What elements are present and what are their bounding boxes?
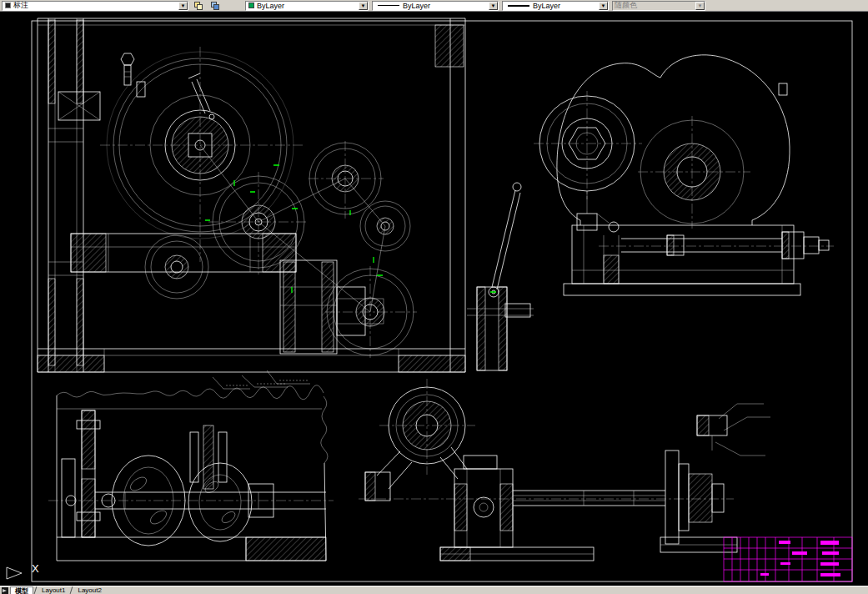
tab-model[interactable]: 模型 [10, 586, 33, 594]
linetype-combo[interactable]: ByLayer ▼ [372, 1, 499, 11]
drawing-sheet-frame [32, 21, 852, 581]
tab-separator [70, 586, 73, 594]
layer-status-icon [5, 3, 11, 8]
linetype-combo-dropdown-arrow[interactable]: ▼ [489, 2, 498, 10]
plot-style-combo: 随颜色 ▼ [612, 1, 705, 11]
tab-layout2[interactable]: Layout2 [73, 586, 105, 594]
layer-combo[interactable]: 标注 ▼ [2, 1, 188, 11]
cad-drawing: X [0, 12, 868, 586]
color-combo-value: ByLayer [257, 2, 284, 10]
plot-style-dropdown-arrow: ▼ [695, 2, 705, 10]
layer-sheet-icon [211, 2, 219, 10]
lineweight-combo-value: ByLayer [533, 2, 560, 10]
lineweight-sample-icon [508, 5, 529, 7]
layer-properties-manager-button[interactable] [192, 0, 205, 11]
tab-separator [34, 586, 38, 594]
color-combo-dropdown-arrow[interactable]: ▼ [359, 2, 368, 10]
layer-properties-icon [194, 2, 203, 10]
ucs-x-axis-label: X [32, 562, 39, 575]
view-gearbox-front-section [38, 18, 534, 389]
current-color-swatch [248, 3, 254, 8]
layer-combo-value: 标注 [13, 1, 28, 11]
plot-style-combo-value: 随颜色 [615, 1, 637, 11]
lineweight-combo-dropdown-arrow[interactable]: ▼ [599, 2, 608, 10]
view-shaft-assembly [359, 379, 770, 561]
linetype-combo-value: ByLayer [403, 2, 430, 10]
model-space-canvas[interactable]: X [0, 12, 868, 586]
make-object-layer-current-button[interactable] [208, 0, 222, 11]
properties-toolbar: 标注 ▼ ByLayer ▼ ByLayer ▼ ByLayer ▼ 随颜色 [0, 0, 868, 12]
tab-scroll-icon[interactable] [2, 587, 8, 594]
ucs-icon: X [7, 562, 39, 579]
tab-layout1[interactable]: Layout1 [38, 586, 69, 594]
view-gearbox-side [534, 55, 834, 295]
layout-tab-bar: 模型 Layout1 Layout2 [0, 586, 868, 594]
layer-combo-dropdown-arrow[interactable]: ▼ [178, 2, 188, 10]
view-roller-section [48, 385, 334, 561]
lineweight-combo[interactable]: ByLayer ▼ [502, 1, 609, 11]
linetype-sample-icon [378, 5, 399, 6]
color-combo[interactable]: ByLayer ▼ [245, 1, 369, 11]
title-block [724, 537, 852, 581]
